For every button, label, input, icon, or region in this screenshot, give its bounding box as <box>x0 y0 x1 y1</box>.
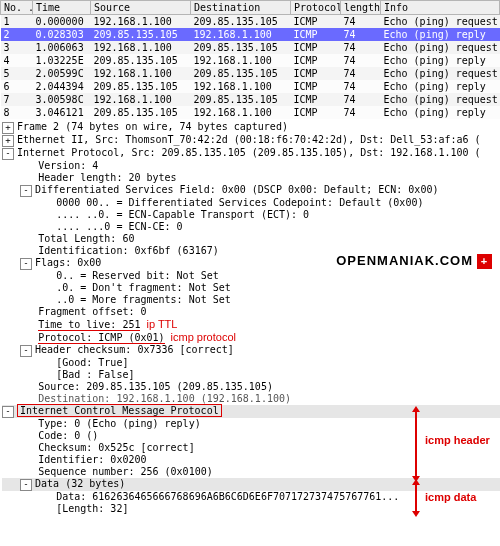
ip-ect: .... ..0. = ECN-Capable Transport (ECT):… <box>56 209 309 220</box>
ip-fragment-offset: Fragment offset: 0 <box>38 306 146 317</box>
cell-info: Echo (ping) reply <box>381 28 500 41</box>
cell-time: 1.006063 <box>33 41 91 54</box>
cell-dst: 192.168.1.100 <box>191 80 291 93</box>
icmp-identifier: Identifier: 0x0200 <box>38 454 146 465</box>
cell-len: 74 <box>341 15 381 29</box>
ip-checksum-good: [Good: True] <box>56 357 128 368</box>
cell-proto: ICMP <box>291 80 341 93</box>
cell-info: Echo (ping) request <box>381 15 500 29</box>
ip-ecn-ce: .... ...0 = ECN-CE: 0 <box>56 221 182 232</box>
table-row[interactable]: 73.00598C192.168.1.100209.85.135.105ICMP… <box>1 93 500 106</box>
col-header[interactable]: Time <box>33 1 91 15</box>
cell-info: Echo (ping) reply <box>381 106 500 119</box>
cell-dst: 192.168.1.100 <box>191 106 291 119</box>
cell-no: 6 <box>1 80 33 93</box>
icmp-data-hex: Data: 6162636465666768696A6B6C6D6E6F7071… <box>56 491 399 502</box>
collapse-icon[interactable]: - <box>2 406 14 418</box>
ip-checksum-bad: [Bad : False] <box>56 369 134 380</box>
cell-proto: ICMP <box>291 41 341 54</box>
col-header[interactable]: Source <box>91 1 191 15</box>
packet-list-table[interactable]: No. .TimeSourceDestinationProtocollength… <box>0 0 500 119</box>
cell-time: 2.044394 <box>33 80 91 93</box>
cell-time: 3.00598C <box>33 93 91 106</box>
cell-len: 74 <box>341 106 381 119</box>
ip-flag-df: .0. = Don't fragment: Not Set <box>56 282 231 293</box>
table-row[interactable]: 41.03225E209.85.135.105192.168.1.100ICMP… <box>1 54 500 67</box>
cell-dst: 192.168.1.100 <box>191 28 291 41</box>
table-row[interactable]: 62.044394209.85.135.105192.168.1.100ICMP… <box>1 80 500 93</box>
icmp-checksum: Checksum: 0x525c [correct] <box>38 442 195 453</box>
ip-ttl: Time to live: 251 <box>38 319 140 331</box>
icmp-sequence: Sequence number: 256 (0x0100) <box>38 466 213 477</box>
ip-dscp: 0000 00.. = Differentiated Services Code… <box>56 197 423 208</box>
col-header[interactable]: length <box>341 1 381 15</box>
collapse-icon[interactable]: - <box>20 479 32 491</box>
table-row[interactable]: 52.00599C192.168.1.100209.85.135.105ICMP… <box>1 67 500 80</box>
ip-flag-mf: ..0 = More fragments: Not Set <box>56 294 231 305</box>
ip-checksum: Header checksum: 0x7336 [correct] <box>35 344 234 355</box>
collapse-icon[interactable]: - <box>20 258 32 270</box>
collapse-icon[interactable]: - <box>2 148 14 160</box>
col-header[interactable]: Destination <box>191 1 291 15</box>
cell-src: 209.85.135.105 <box>91 106 191 119</box>
watermark: OPENMANIAK.COM+ <box>336 254 492 269</box>
cell-proto: ICMP <box>291 67 341 80</box>
cell-len: 74 <box>341 93 381 106</box>
cell-proto: ICMP <box>291 15 341 29</box>
col-header[interactable]: Protocol <box>291 1 341 15</box>
col-header[interactable]: Info <box>381 1 500 15</box>
cell-len: 74 <box>341 54 381 67</box>
ip-summary: Internet Protocol, Src: 209.85.135.105 (… <box>17 147 481 158</box>
cell-no: 4 <box>1 54 33 67</box>
expand-icon[interactable]: + <box>2 135 14 147</box>
cell-time: 0.000000 <box>33 15 91 29</box>
frame-summary: Frame 2 (74 bytes on wire, 74 bytes capt… <box>17 121 288 132</box>
ip-flag-reserved: 0.. = Reserved bit: Not Set <box>56 270 219 281</box>
ip-source: Source: 209.85.135.105 (209.85.135.105) <box>38 381 273 392</box>
collapse-icon[interactable]: - <box>20 345 32 357</box>
cell-dst: 209.85.135.105 <box>191 67 291 80</box>
cell-no: 2 <box>1 28 33 41</box>
cell-src: 209.85.135.105 <box>91 80 191 93</box>
cell-info: Echo (ping) request <box>381 93 500 106</box>
ip-destination: Destination: 192.168.1.100 (192.168.1.10… <box>38 393 291 404</box>
col-header[interactable]: No. . <box>1 1 33 15</box>
cell-info: Echo (ping) reply <box>381 80 500 93</box>
cell-no: 8 <box>1 106 33 119</box>
table-row[interactable]: 83.046121209.85.135.105192.168.1.100ICMP… <box>1 106 500 119</box>
expand-icon[interactable]: + <box>2 122 14 134</box>
cell-info: Echo (ping) request <box>381 67 500 80</box>
cell-proto: ICMP <box>291 106 341 119</box>
table-row[interactable]: 20.028303209.85.135.105192.168.1.100ICMP… <box>1 28 500 41</box>
icmp-type: Type: 0 (Echo (ping) reply) <box>38 418 201 429</box>
ip-total-length: Total Length: 60 <box>38 233 134 244</box>
annotation-icmp-protocol: icmp protocol <box>171 331 236 343</box>
cell-info: Echo (ping) reply <box>381 54 500 67</box>
ip-version: Version: 4 <box>38 160 98 171</box>
cell-src: 192.168.1.100 <box>91 41 191 54</box>
icmp-data-length: [Length: 32] <box>56 503 128 514</box>
cell-no: 3 <box>1 41 33 54</box>
cell-dst: 192.168.1.100 <box>191 54 291 67</box>
annotation-icmp-data: icmp data <box>425 491 476 503</box>
arrow-icmp-data <box>415 484 417 512</box>
icmp-data-summary: Data (32 bytes) <box>35 478 125 489</box>
cell-info: Echo (ping) request <box>381 41 500 54</box>
cell-time: 1.03225E <box>33 54 91 67</box>
cell-dst: 209.85.135.105 <box>191 41 291 54</box>
ip-header-length: Header length: 20 bytes <box>38 172 176 183</box>
collapse-icon[interactable]: - <box>20 185 32 197</box>
icmp-summary: Internet Control Message Protocol <box>17 404 222 417</box>
cell-no: 7 <box>1 93 33 106</box>
annotation-ip-ttl: ip TTL <box>146 318 177 330</box>
arrow-icmp-header <box>415 411 417 477</box>
packet-details-tree[interactable]: +Frame 2 (74 bytes on wire, 74 bytes cap… <box>0 119 500 517</box>
table-row[interactable]: 10.000000192.168.1.100209.85.135.105ICMP… <box>1 15 500 29</box>
cell-src: 192.168.1.100 <box>91 15 191 29</box>
cell-proto: ICMP <box>291 28 341 41</box>
cell-proto: ICMP <box>291 93 341 106</box>
cell-no: 1 <box>1 15 33 29</box>
table-row[interactable]: 31.006063192.168.1.100209.85.135.105ICMP… <box>1 41 500 54</box>
cell-len: 74 <box>341 41 381 54</box>
swiss-flag-icon: + <box>477 254 492 269</box>
